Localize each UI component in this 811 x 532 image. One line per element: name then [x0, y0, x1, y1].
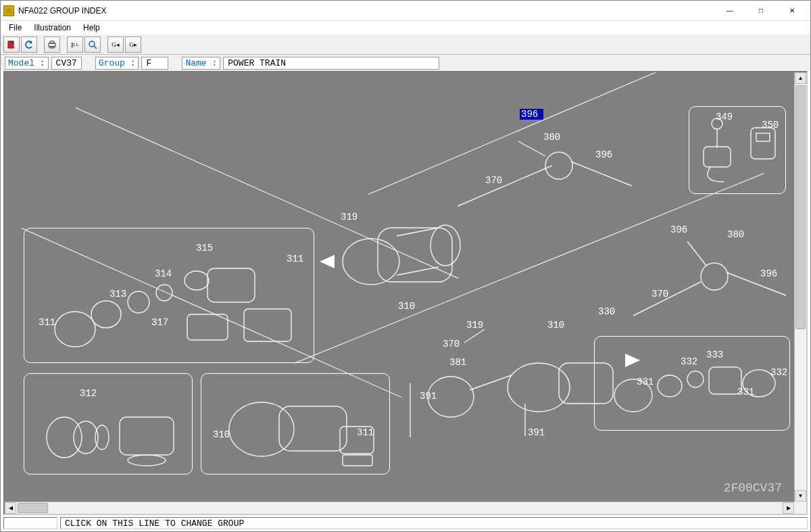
callout-380b[interactable]: 380	[727, 229, 744, 240]
callout-349[interactable]: 349	[716, 112, 733, 122]
svg-point-4	[89, 41, 95, 47]
callout-391a[interactable]: 391	[420, 391, 437, 402]
svg-rect-2	[50, 41, 54, 43]
minimize-button[interactable]: ―	[714, 1, 745, 21]
toolbar-group-prev-icon[interactable]: G◂	[107, 37, 124, 53]
part-transmission-detail[interactable]	[214, 382, 383, 470]
svg-point-40	[701, 263, 728, 290]
status-segment-1	[3, 517, 57, 529]
vertical-scrollbar[interactable]: ▲ ▼	[794, 72, 806, 502]
callout-310a[interactable]: 310	[398, 301, 415, 312]
menu-illustration[interactable]: Illustration	[28, 22, 76, 34]
callout-332b[interactable]: 332	[770, 367, 787, 378]
svg-rect-47	[756, 133, 770, 141]
svg-line-10	[397, 267, 439, 275]
toolbar-undo-icon[interactable]	[21, 37, 37, 53]
callout-331a[interactable]: 331	[637, 377, 654, 387]
svg-point-28	[229, 402, 294, 456]
callout-311b[interactable]: 311	[39, 317, 55, 328]
callout-319b[interactable]: 319	[466, 320, 483, 331]
toolbar-zoom-icon[interactable]	[84, 37, 101, 53]
maximize-button[interactable]: □	[745, 1, 777, 21]
toolbar-group-next-icon[interactable]: G▸	[125, 37, 141, 53]
callout-311a[interactable]: 311	[287, 253, 303, 264]
callout-396a[interactable]: 396	[595, 149, 612, 160]
svg-point-17	[128, 291, 149, 313]
svg-point-12	[545, 152, 572, 179]
callout-332a[interactable]: 332	[681, 356, 697, 367]
toolbar-print-icon[interactable]	[44, 37, 60, 53]
svg-point-25	[95, 425, 109, 450]
part-control-module[interactable]	[748, 125, 778, 162]
statusbar: CLICK ON THIS LINE TO CHANGE GROUP	[3, 516, 808, 530]
toolbar-close-icon[interactable]	[3, 37, 20, 53]
callout-330[interactable]: 330	[598, 306, 615, 317]
svg-rect-51	[709, 367, 741, 394]
model-label: Model :	[5, 57, 49, 70]
callout-380a[interactable]: 380	[543, 132, 560, 143]
svg-point-22	[185, 271, 209, 290]
svg-line-13	[571, 162, 632, 186]
callout-310c[interactable]: 310	[547, 320, 564, 331]
svg-line-11	[458, 166, 552, 206]
close-button[interactable]: ✕	[777, 1, 808, 21]
status-message-text: CLICK ON THIS LINE TO CHANGE GROUP	[65, 518, 244, 529]
svg-point-23	[47, 417, 82, 458]
svg-point-16	[91, 301, 121, 328]
scroll-left-icon[interactable]: ◀	[5, 502, 16, 514]
svg-line-42	[687, 241, 706, 266]
arrow-left-icon	[320, 255, 335, 268]
callout-312[interactable]: 312	[80, 388, 97, 399]
part-shifter[interactable]	[694, 114, 741, 189]
part-housing-cluster[interactable]	[34, 241, 305, 356]
callout-314[interactable]: 314	[155, 268, 172, 279]
callout-331b[interactable]: 331	[737, 387, 754, 397]
callout-319a[interactable]: 319	[341, 212, 358, 222]
part-gasket-set[interactable]	[32, 390, 187, 468]
toolbar-illustration-icon[interactable]: ILL	[67, 37, 83, 53]
svg-rect-1	[49, 43, 55, 47]
infobar: Model : CV37 Group : F Name : POWER TRAI…	[1, 55, 810, 71]
diagram-canvas[interactable]: 3963803963493503703193103113153143133113…	[5, 72, 794, 502]
group-label: Group :	[95, 57, 139, 70]
horizontal-scrollbar[interactable]: ◀ ▶	[5, 502, 794, 514]
scroll-down-icon[interactable]: ▼	[795, 490, 806, 502]
svg-rect-19	[187, 314, 228, 340]
callout-310b[interactable]: 310	[213, 429, 230, 440]
svg-rect-20	[207, 268, 255, 302]
callout-333[interactable]: 333	[706, 349, 723, 360]
callout-370b[interactable]: 370	[443, 339, 460, 349]
svg-point-18	[156, 285, 172, 301]
callout-396_sel[interactable]: 396	[520, 109, 543, 120]
app-icon	[3, 5, 14, 16]
svg-line-14	[518, 141, 545, 156]
svg-line-34	[470, 375, 512, 390]
svg-point-6	[343, 239, 399, 285]
callout-370a[interactable]: 370	[485, 175, 502, 186]
callout-313[interactable]: 313	[109, 289, 126, 299]
callout-311c[interactable]: 311	[357, 427, 374, 438]
status-message[interactable]: CLICK ON THIS LINE TO CHANGE GROUP	[60, 517, 808, 529]
callout-350[interactable]: 350	[762, 120, 779, 130]
svg-rect-46	[751, 128, 775, 159]
scroll-right-icon[interactable]: ▶	[783, 502, 794, 514]
svg-rect-31	[343, 455, 372, 466]
part-transfer-cluster[interactable]	[602, 343, 785, 424]
svg-point-15	[55, 312, 95, 347]
scroll-up-icon[interactable]: ▲	[795, 72, 806, 84]
svg-rect-3	[50, 47, 54, 48]
callout-381[interactable]: 381	[449, 357, 466, 368]
callout-317[interactable]: 317	[151, 317, 168, 328]
callout-396c[interactable]: 396	[760, 268, 777, 279]
callout-315[interactable]: 315	[196, 243, 213, 253]
menu-help[interactable]: Help	[78, 22, 105, 34]
callout-396b[interactable]: 396	[670, 224, 687, 235]
illustration-ref: 2F00CV37	[724, 481, 782, 495]
callout-391b[interactable]: 391	[528, 427, 545, 438]
toolbar: ILL G◂ G▸	[1, 34, 810, 55]
callout-370c[interactable]: 370	[652, 289, 668, 299]
menu-file[interactable]: File	[3, 22, 27, 34]
svg-point-35	[508, 363, 570, 412]
window-controls: ― □ ✕	[714, 1, 808, 21]
svg-point-27	[128, 455, 166, 466]
